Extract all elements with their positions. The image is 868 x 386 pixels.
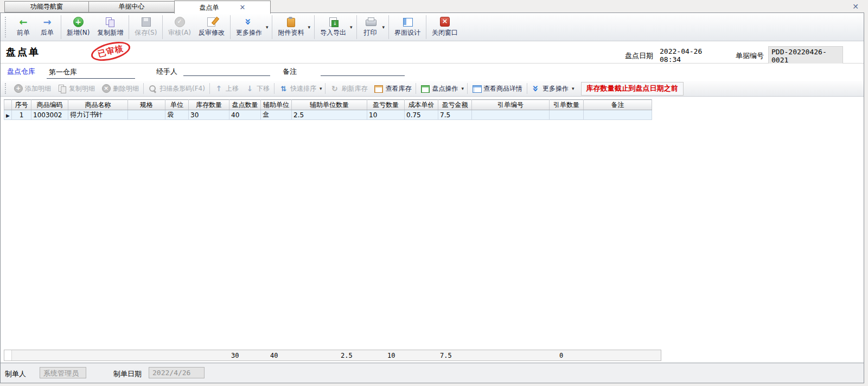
tab-label: 盘点单 (200, 2, 219, 14)
dropdown-caret-icon[interactable]: ▾ (350, 24, 353, 30)
cell-unit[interactable]: 袋 (165, 110, 189, 120)
button-label: 扫描条形码(F4) (159, 84, 205, 93)
dropdown-caret-icon[interactable]: ▾ (461, 86, 464, 91)
attachments-button[interactable]: 附件资料 (274, 15, 308, 40)
cell-product-name[interactable]: 得力订书针 (68, 110, 128, 120)
add-icon (72, 16, 84, 27)
table-green-icon (420, 84, 430, 93)
col-header-aux-qty[interactable]: 辅助单位数量 (292, 100, 367, 110)
dropdown-caret-icon[interactable]: ▾ (308, 24, 310, 30)
move-up-button[interactable]: 上移 (211, 82, 242, 95)
copy-detail-button[interactable]: 复制明细 (54, 82, 98, 95)
dropdown-caret-icon[interactable]: ▾ (382, 24, 385, 30)
prev-arrow-icon (17, 16, 29, 27)
col-header-pl-qty[interactable]: 盈亏数量 (367, 100, 405, 110)
dropdown-caret-icon[interactable]: ▾ (320, 86, 322, 91)
new-button[interactable]: 新增(N) (63, 15, 93, 40)
quick-sort-button[interactable]: 快速排序 (276, 82, 320, 95)
count-date-field[interactable]: 2022-04-26 08:34 (658, 47, 728, 65)
summary-pl-qty: 10 (387, 352, 395, 359)
footer-bar: 制单人 系统管理员 制单日期 2022/4/26 (1, 363, 864, 383)
import-export-group: 导入导出 ▾ (316, 14, 355, 40)
cell-pl-qty[interactable]: 10 (367, 110, 405, 120)
toolbar-drag-handle[interactable] (5, 17, 7, 37)
close-window-button[interactable]: 关闭窗口 (428, 15, 462, 40)
delete-detail-button[interactable]: 删除明细 (98, 82, 142, 95)
remark-field[interactable] (321, 67, 405, 76)
summary-aux-qty: 2.5 (341, 352, 353, 359)
col-header-ref-no[interactable]: 引单编号 (472, 100, 550, 110)
print-button[interactable]: 打印 (359, 15, 382, 40)
doc-no-field: PDD-20220426-0021 (768, 46, 843, 66)
tab-close-icon[interactable]: ✕ (240, 4, 246, 11)
cell-remark[interactable] (584, 110, 652, 120)
button-label: 新增(N) (67, 28, 90, 37)
cell-cost-price[interactable]: 0.75 (405, 110, 438, 120)
inventory-count-window: 功能导航窗 单据中心 盘点单 ✕ ✕ 前单 后单 新增(N) (0, 0, 868, 386)
add-detail-button[interactable]: 添加明细 (10, 82, 54, 95)
button-label: 后单 (41, 28, 54, 37)
unaudit-edit-button[interactable]: 反审修改 (195, 15, 228, 40)
more-actions-button[interactable]: 更多操作 (232, 15, 266, 40)
save-button[interactable]: 保存(S) (131, 15, 161, 40)
cell-ref-qty[interactable] (550, 110, 584, 120)
ui-design-button[interactable]: 界面设计 (391, 15, 424, 40)
cell-ref-no[interactable] (472, 110, 550, 120)
col-header-count-qty[interactable]: 盘点数量 (229, 100, 261, 110)
plus-circle-icon (14, 84, 23, 93)
audit-button[interactable]: 审核(A) (164, 15, 195, 40)
next-doc-button[interactable]: 后单 (35, 15, 59, 40)
handler-field[interactable] (183, 67, 270, 76)
col-header-product-code[interactable]: 商品编码 (31, 100, 68, 110)
toolbar-separator (209, 83, 210, 94)
refresh-stock-button[interactable]: 刷新库存 (327, 82, 371, 95)
move-down-button[interactable]: 下移 (242, 82, 273, 95)
view-product-detail-button[interactable]: 查看商品详情 (469, 82, 526, 95)
button-label: 关闭窗口 (432, 28, 458, 37)
cell-seq[interactable]: 1 (12, 110, 31, 120)
header-fields: 盘点日期 2022-04-26 08:34 单据编号 PDD-20220426-… (625, 46, 843, 66)
cell-aux-unit[interactable]: 盒 (261, 110, 292, 120)
toolbar-drag-handle[interactable] (5, 83, 7, 94)
button-label: 刷新库存 (341, 84, 367, 93)
cell-count-qty[interactable]: 40 (229, 110, 261, 120)
dropdown-caret-icon[interactable]: ▾ (572, 86, 575, 91)
count-operations-button[interactable]: 盘点操作 (417, 82, 461, 95)
col-header-product-name[interactable]: 商品名称 (68, 100, 128, 110)
dropdown-caret-icon[interactable]: ▾ (266, 24, 269, 30)
col-header-pl-amount[interactable]: 盈亏金额 (438, 100, 472, 110)
tab-inventory-count[interactable]: 盘点单 ✕ (174, 1, 271, 14)
warehouse-field[interactable]: 第一仓库 (47, 67, 135, 79)
view-stock-button[interactable]: 查看库存 (371, 82, 414, 95)
scan-barcode-button[interactable]: 扫描条形码(F4) (145, 82, 208, 95)
toolbar-separator (356, 15, 357, 39)
import-export-button[interactable]: 导入导出 (316, 15, 350, 40)
copy-new-button[interactable]: 复制新增 (93, 15, 127, 40)
col-header-stock-qty[interactable]: 库存数量 (189, 100, 229, 110)
detail-toolbar: 添加明细 复制明细 删除明细 扫描条形码(F4) 上移 下移 (1, 81, 864, 97)
audit-check-icon (174, 16, 186, 27)
cell-pl-amount[interactable]: 7.5 (438, 110, 472, 120)
col-header-cost-price[interactable]: 成本单价 (405, 100, 438, 110)
table-row[interactable]: ▶ 1 1003002 得力订书针 袋 30 40 盒 2.5 10 0.75 … (4, 110, 652, 120)
col-header-ref-qty[interactable]: 引单数量 (550, 100, 584, 110)
cell-product-code[interactable]: 1003002 (31, 110, 68, 120)
cell-spec[interactable] (128, 110, 165, 120)
col-header-aux-unit[interactable]: 辅助单位 (261, 100, 292, 110)
tab-function-nav[interactable]: 功能导航窗 (4, 1, 89, 12)
create-date-label: 制单日期 (113, 369, 142, 379)
tab-document-center[interactable]: 单据中心 (88, 1, 175, 12)
col-header-unit[interactable]: 单位 (165, 100, 189, 110)
cell-stock-qty[interactable]: 30 (189, 110, 229, 120)
detail-panel-icon (472, 84, 481, 93)
window-close-icon[interactable]: ✕ (852, 2, 859, 11)
warehouse-label[interactable]: 盘点仓库 (7, 67, 35, 77)
cell-aux-qty[interactable]: 2.5 (292, 110, 367, 120)
refresh-icon (330, 84, 339, 93)
col-header-remark[interactable]: 备注 (584, 100, 652, 110)
col-header-seq[interactable]: 序号 (12, 100, 31, 110)
more-operations-button[interactable]: 更多操作 (528, 82, 572, 95)
more-actions-group: 更多操作 ▾ (232, 14, 271, 40)
prev-doc-button[interactable]: 前单 (11, 15, 35, 40)
col-header-spec[interactable]: 规格 (128, 100, 165, 110)
